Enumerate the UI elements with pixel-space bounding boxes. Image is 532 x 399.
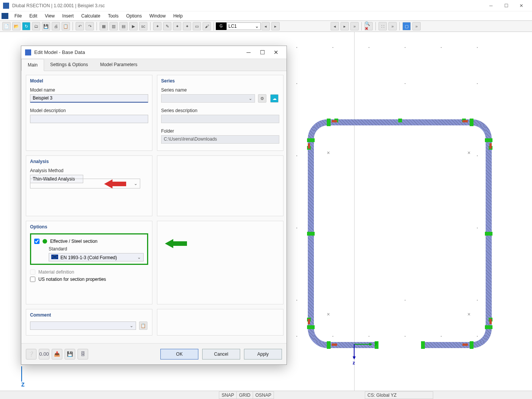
folder-input[interactable]: C:\Users\Irena\Downloads (161, 135, 279, 144)
us-notation-label: US notation for section properties (38, 277, 106, 282)
status-grid[interactable]: GRID (236, 391, 253, 399)
brush-icon[interactable]: 🖌 (203, 22, 211, 30)
menu-window[interactable]: Window (146, 12, 169, 20)
print-icon[interactable]: 🖨 (52, 22, 60, 30)
close-button[interactable]: ✕ (514, 0, 529, 11)
status-cs: CS: Global YZ (365, 391, 433, 399)
red-arrow-annotation (104, 179, 127, 189)
db-icon[interactable]: 🗄 (78, 349, 88, 359)
save-icon[interactable]: 💾 (42, 22, 50, 30)
apply-button[interactable]: Apply (244, 349, 282, 359)
series-desc-input[interactable] (161, 115, 279, 123)
analysis-heading: Analysis (30, 159, 148, 164)
wand-icon[interactable]: ✎ (163, 22, 171, 30)
loadcase-combo[interactable]: G LC1⌄ (216, 22, 261, 30)
standard-label: Standard (49, 246, 144, 252)
svg-marker-5 (165, 239, 187, 248)
series-gear-icon[interactable]: ⚙ (258, 94, 266, 103)
table-icon[interactable]: ▦ (100, 22, 108, 30)
panel-comment: Comment ⌄ 📋 (26, 309, 152, 336)
units-icon[interactable]: 0.00 (39, 349, 49, 359)
svg-marker-1 (369, 343, 372, 346)
save-dlg-icon[interactable]: 💾 (65, 349, 75, 359)
dialog-close-icon[interactable]: ✕ (269, 49, 283, 56)
tab-settings-options[interactable]: Settings & Options (44, 59, 94, 71)
next-lc-icon[interactable]: ▸ (271, 22, 280, 30)
report-icon[interactable]: 📋 (62, 22, 70, 30)
z-far-axis: Z (21, 366, 25, 388)
chevron-down-icon: ⌄ (137, 255, 141, 260)
comment-attach-icon[interactable]: 📋 (139, 321, 147, 330)
calc-icon[interactable]: ▶ (129, 22, 138, 30)
model-desc-input[interactable] (30, 115, 148, 123)
star3-icon[interactable]: ✦ (183, 22, 191, 30)
standard-combo[interactable]: EN 1993-1-3 (Cold Formed) ⌄ (49, 253, 144, 261)
us-notation-checkbox[interactable] (30, 277, 35, 282)
dialog-tabs: Main Settings & Options Model Parameters (21, 59, 287, 71)
model-name-input[interactable]: Beispiel 3 (30, 94, 148, 103)
app-icon (3, 3, 9, 9)
undo-icon[interactable]: ↶ (76, 22, 84, 30)
effective-section-checkbox[interactable] (34, 239, 40, 244)
options-heading: Options (30, 224, 148, 230)
rect-icon[interactable]: ▭ (193, 22, 201, 30)
redo-icon[interactable]: ↷ (86, 22, 94, 30)
help-icon[interactable]: ❔ (26, 349, 36, 359)
analysis-method-combo[interactable]: Thin-Walled Analysis (30, 175, 83, 183)
maximize-button[interactable]: ☐ (499, 0, 514, 11)
project-icon[interactable]: 🗂 (32, 22, 40, 30)
table3-icon[interactable]: ▤ (119, 22, 128, 30)
more2-icon[interactable]: » (388, 22, 397, 30)
filter-off-icon[interactable]: 🔍✖ (364, 22, 373, 30)
minimize-button[interactable]: ─ (483, 0, 499, 11)
new-icon[interactable]: 📄 (2, 22, 11, 30)
series-cloud-icon[interactable]: ☁ (270, 94, 279, 103)
panel-analysis-right (157, 155, 283, 216)
star2-icon[interactable]: ✦ (173, 22, 181, 30)
menu-tools[interactable]: Tools (104, 12, 122, 20)
panel-model: Model Model name Beispiel 3 Model descri… (26, 75, 152, 151)
options-highlighted-box: Effective / Steel section Standard EN 19… (30, 233, 148, 265)
prev-lc-icon[interactable]: ◂ (261, 22, 270, 30)
menu-file[interactable]: File (11, 12, 25, 20)
star1-icon[interactable]: ✦ (153, 22, 162, 30)
menu-insert[interactable]: Insert (59, 12, 78, 20)
menu-view[interactable]: View (41, 12, 59, 20)
cancel-button[interactable]: Cancel (202, 349, 240, 359)
more-icon[interactable]: » (350, 22, 359, 30)
comment-combo[interactable]: ⌄ (30, 321, 136, 330)
menu-bar: File Edit View Insert Calculate Tools Op… (0, 11, 532, 21)
menu-help[interactable]: Help (169, 12, 187, 20)
dialog-icon (25, 49, 31, 55)
open-icon[interactable]: 📂 (12, 22, 21, 30)
status-snap[interactable]: SNAP (219, 391, 237, 399)
menu-options[interactable]: Options (122, 12, 146, 20)
menu-calculate[interactable]: Calculate (78, 12, 104, 20)
dialog-minimize-icon[interactable]: ─ (242, 49, 255, 55)
menu-edit[interactable]: Edit (25, 12, 41, 20)
more3-icon[interactable]: » (412, 22, 421, 30)
table2-icon[interactable]: ▥ (109, 22, 118, 30)
cross-section: × × × × y z (308, 119, 492, 348)
ok-button[interactable]: OK (160, 349, 198, 359)
series-desc-label: Series description (161, 108, 279, 113)
dialog-titlebar[interactable]: Edit Model - Base Data ─ ☐ ✕ (21, 46, 287, 59)
loadcase-prefix: G (216, 22, 226, 30)
next2-icon[interactable]: ▸ (340, 22, 349, 30)
model-heading: Model (30, 78, 148, 84)
tab-main[interactable]: Main (21, 59, 44, 71)
view-icon[interactable]: ▢ (402, 22, 411, 30)
script-icon[interactable]: sc (139, 22, 147, 30)
material-def-checkbox (30, 269, 35, 275)
nodes-icon[interactable]: ⸬ (378, 22, 387, 30)
dialog-maximize-icon[interactable]: ☐ (255, 49, 269, 56)
panel-series: Series Series name ⌄ ⚙ ☁ Series descript… (157, 75, 283, 151)
tab-model-parameters[interactable]: Model Parameters (94, 59, 143, 71)
prev2-icon[interactable]: ◂ (331, 22, 339, 30)
status-osnap[interactable]: OSNAP (253, 391, 274, 399)
import-icon[interactable]: 📥 (52, 349, 62, 359)
refresh-icon[interactable]: ↻ (22, 22, 30, 30)
model-desc-label: Model description (30, 108, 148, 113)
green-arrow-annotation (165, 238, 188, 250)
series-name-combo[interactable]: ⌄ (161, 94, 255, 103)
